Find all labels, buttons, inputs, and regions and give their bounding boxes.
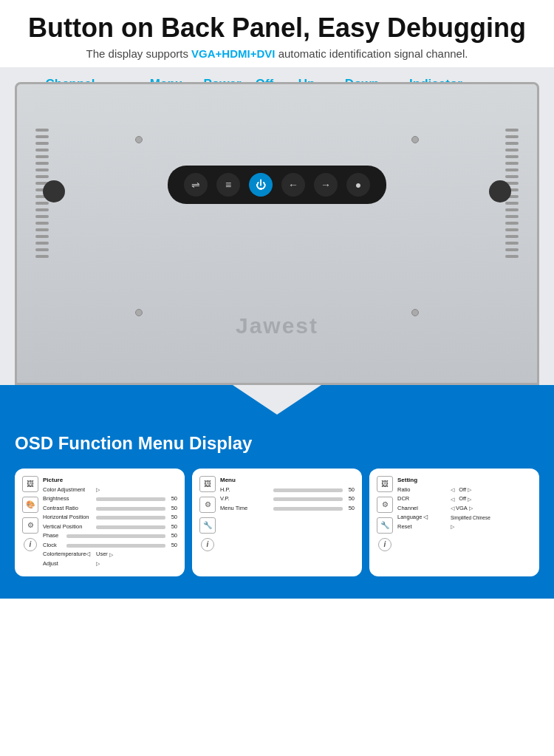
arrow-down <box>233 385 321 415</box>
osd-icon-color: 🎨 <box>22 497 38 513</box>
osd-icons-col-1: 🖼 🎨 ⚙ i <box>22 476 38 570</box>
osd-row-menutime: Menu Time 50 <box>220 505 355 513</box>
subtitle: The display supports VGA+HDMI+DVI automa… <box>15 47 539 60</box>
button-panel: ⇌ ≡ ⏻ ← → ● <box>168 166 386 204</box>
osd-card-menu: 🖼 ⚙ 🔧 i Menu H.P. 50 V.P. 50 <box>192 469 362 577</box>
osd-icon-menu2: ⚙ <box>199 497 216 513</box>
osd-row-vp: V.P. 50 <box>220 495 355 503</box>
header-section: Button on Back Panel, Easy Debugging The… <box>0 0 554 67</box>
osd-icons-col-3: 🖼 ⚙ 🔧 i <box>377 476 393 551</box>
left-button[interactable]: ← <box>281 173 305 197</box>
page-title: Button on Back Panel, Easy Debugging <box>15 13 539 43</box>
osd-content-menu: Menu H.P. 50 V.P. 50 Menu Time 50 <box>220 476 355 551</box>
osd-setting-heading: Setting <box>397 476 532 484</box>
osd-row-vpos: Vertical Position 50 <box>43 523 177 531</box>
osd-row-dcr: DCR ◁ Off ▷ <box>397 495 532 503</box>
osd-row-adjust: Adjust ▷ <box>43 560 177 568</box>
monitor-back-panel: ⇌ ≡ ⏻ ← → ● Jawest <box>15 82 539 385</box>
osd-icon-setting3: 🔧 <box>377 517 393 534</box>
osd-content-setting: Setting Ratio ◁ Off ▷ DCR ◁ Off ▷ Cha <box>397 476 532 551</box>
screw-bl <box>135 309 143 316</box>
osd-info-icon-1: i <box>24 538 37 551</box>
osd-row-ratio: Ratio ◁ Off ▷ <box>397 486 532 494</box>
osd-row-brightness: Brightness 50 <box>43 495 177 503</box>
osd-menu-heading: Menu <box>220 476 355 484</box>
speaker-right <box>489 180 511 202</box>
osd-row-clock: Clock 50 <box>43 542 177 550</box>
osd-row-hp: H.P. 50 <box>220 486 355 494</box>
osd-info-icon-3: i <box>378 538 391 551</box>
osd-row-colortemp: Colortemperature◁ User ▷ <box>43 551 177 559</box>
osd-icon-menu3: 🔧 <box>199 517 216 534</box>
osd-row-reset: Reset ▷ <box>397 523 532 531</box>
osd-row-hpos: Horizontal Position 50 <box>43 514 177 522</box>
screw-tl <box>135 136 143 143</box>
osd-info-icon-2: i <box>201 538 214 551</box>
osd-card-setting: 🖼 ⚙ 🔧 i Setting Ratio ◁ Off ▷ DCR ◁ <box>369 469 539 577</box>
osd-icon-setting2: ⚙ <box>377 497 393 513</box>
osd-row-channel: Channel ◁ VGA ▷ <box>397 505 532 513</box>
osd-icon-menu: 🖼 <box>199 476 216 492</box>
osd-cards: 🖼 🎨 ⚙ i Picture Color Adjustment ▷ Brigh… <box>15 469 539 577</box>
osd-picture-heading: Picture <box>43 476 177 484</box>
speaker-left <box>43 180 65 202</box>
osd-row-color-adj: Color Adjustment ▷ <box>43 486 177 494</box>
indicator-button[interactable]: ● <box>346 173 370 197</box>
osd-icons-col-2: 🖼 ⚙ 🔧 i <box>199 476 216 551</box>
screw-br <box>411 309 419 316</box>
brand-logo: Jawest <box>236 313 318 338</box>
osd-icon-gear: ⚙ <box>22 517 38 534</box>
screw-tr <box>411 136 419 143</box>
menu-button[interactable]: ≡ <box>216 173 240 197</box>
osd-row-contrast: Contrast Ratio 50 <box>43 505 177 513</box>
bottom-section: OSD Function Menu Display 🖼 🎨 ⚙ i Pictur… <box>0 385 554 599</box>
subtitle-after: automatic identification signal channel. <box>275 47 468 60</box>
diagram-section: Channel Menu Power Off Up Down Indicator <box>0 67 554 385</box>
vent-right <box>505 129 519 276</box>
subtitle-before: The display supports <box>86 47 192 60</box>
channel-button[interactable]: ⇌ <box>184 173 208 197</box>
osd-icon-picture: 🖼 <box>22 476 38 492</box>
osd-card-picture: 🖼 🎨 ⚙ i Picture Color Adjustment ▷ Brigh… <box>15 469 185 577</box>
vent-left <box>35 129 49 276</box>
osd-row-phase: Phase 50 <box>43 532 177 540</box>
subtitle-highlight: VGA+HDMI+DVI <box>191 47 275 60</box>
osd-row-language: Language ◁ Simplified Chinese <box>397 514 532 522</box>
osd-icon-setting: 🖼 <box>377 476 393 492</box>
osd-title: OSD Function Menu Display <box>15 433 539 454</box>
power-button[interactable]: ⏻ <box>249 173 273 197</box>
osd-content-picture: Picture Color Adjustment ▷ Brightness 50… <box>43 476 177 570</box>
right-button[interactable]: → <box>314 173 338 197</box>
